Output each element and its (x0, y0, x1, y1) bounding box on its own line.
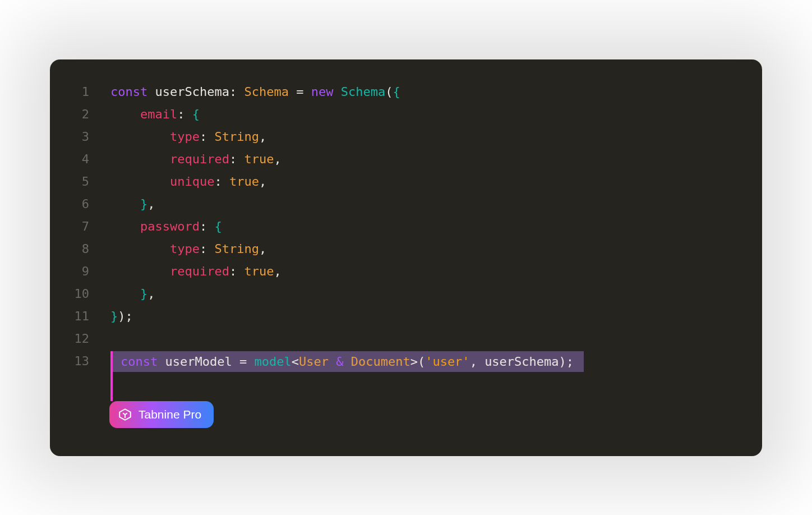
line-number: 9 (66, 260, 89, 283)
code-line[interactable]: 10 }, (66, 283, 737, 305)
line-number: 8 (66, 238, 89, 260)
line-number: 11 (66, 305, 89, 328)
code-content: email: { (110, 103, 737, 126)
line-number: 13 (66, 350, 89, 373)
code-line[interactable]: 7 password: { (66, 215, 737, 238)
code-content: required: true, (110, 260, 737, 283)
code-line[interactable]: 2 email: { (66, 103, 737, 126)
ai-suggestion-line[interactable]: const userModel = model<User & Document>… (110, 351, 584, 372)
code-line[interactable]: 8 type: String, (66, 238, 737, 260)
line-number: 10 (66, 283, 89, 305)
line-number: 2 (66, 103, 89, 126)
code-line[interactable]: 4 required: true, (66, 148, 737, 171)
code-line[interactable]: 11 }); (66, 305, 737, 328)
code-content: password: { (110, 215, 737, 238)
ai-suggestion-block: const userModel = model<User & Document>… (110, 351, 737, 428)
code-content: type: String, (110, 238, 737, 260)
line-number: 1 (66, 81, 89, 103)
line-number: 12 (66, 328, 89, 350)
tabnine-logo-icon (117, 407, 133, 422)
code-content: }, (110, 283, 737, 305)
line-number: 5 (66, 171, 89, 193)
code-line[interactable]: 3 type: String, (66, 126, 737, 148)
line-number: 7 (66, 215, 89, 238)
code-content: }, (110, 193, 737, 215)
code-content: }); (110, 305, 737, 328)
suggestion-connector (110, 372, 113, 401)
code-line[interactable]: 1 const userSchema: Schema = new Schema(… (66, 81, 737, 103)
code-line[interactable]: 12 (66, 328, 737, 350)
code-line[interactable]: 5 unique: true, (66, 171, 737, 193)
tabnine-pro-badge[interactable]: Tabnine Pro (109, 401, 214, 428)
code-content: required: true, (110, 148, 737, 171)
code-line[interactable]: 6 }, (66, 193, 737, 215)
line-number: 3 (66, 126, 89, 148)
code-editor-window: 1 const userSchema: Schema = new Schema(… (50, 59, 762, 456)
line-number: 6 (66, 193, 89, 215)
code-content: type: String, (110, 126, 737, 148)
code-line[interactable]: 9 required: true, (66, 260, 737, 283)
tabnine-badge-label: Tabnine Pro (139, 408, 201, 421)
code-content: const userSchema: Schema = new Schema({ (110, 81, 737, 103)
code-content: unique: true, (110, 171, 737, 193)
line-number: 4 (66, 148, 89, 171)
